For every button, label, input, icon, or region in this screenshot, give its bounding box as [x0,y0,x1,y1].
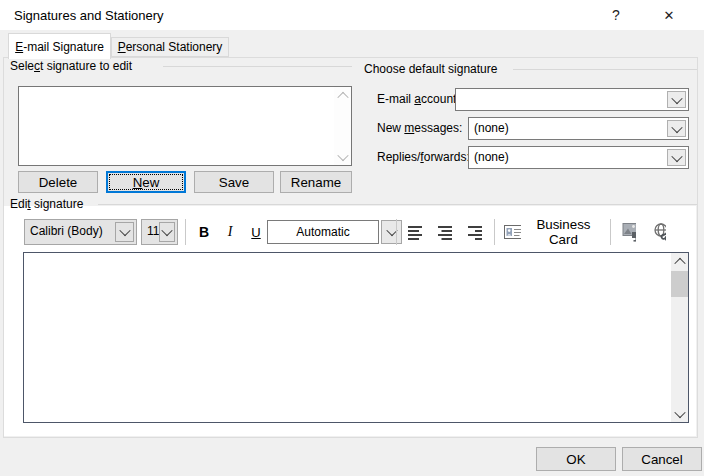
scroll-up-button[interactable] [671,253,688,270]
listbox-scrollbar[interactable] [334,87,351,165]
close-icon: ✕ [664,8,675,23]
align-right-icon [468,225,482,240]
group-divider [513,69,697,70]
align-left-icon [408,225,422,240]
align-center-icon [438,225,452,240]
chevron-down-icon [671,92,682,103]
font-size-combobox[interactable]: 11 [141,219,178,245]
chevron-down-icon [671,150,682,161]
chevron-up-icon [337,91,348,102]
email-account-label: E-mail account: [377,92,460,106]
font-family-dropdown-button[interactable] [115,222,134,242]
insert-picture-button[interactable] [616,219,642,245]
email-account-dropdown-button[interactable] [667,91,686,108]
help-icon: ? [612,7,620,23]
font-color-combobox[interactable]: Automatic [267,220,379,244]
underline-button[interactable]: U [245,219,267,245]
new-messages-label: New messages: [377,121,462,135]
font-size-dropdown-button[interactable] [159,222,175,242]
email-account-combobox[interactable] [455,88,689,111]
chevron-down-icon [671,121,682,132]
font-size-value: 11 [147,224,159,238]
bold-button[interactable]: B [193,219,215,245]
close-button[interactable]: ✕ [656,4,682,26]
rename-button[interactable]: Rename [280,171,352,193]
signature-listbox[interactable] [18,86,352,166]
chevron-down-icon [119,225,130,236]
chevron-down-icon [674,406,685,417]
signature-editor-text[interactable] [26,255,669,420]
chevron-up-icon [674,257,685,268]
new-messages-combobox[interactable]: (none) [468,117,689,140]
align-left-button[interactable] [402,219,428,245]
business-card-button[interactable]: Business Card [500,219,604,245]
hyperlink-icon [652,223,666,241]
business-card-label: Business Card [527,217,600,247]
dialog-title: Signatures and Stationery [14,8,164,23]
save-button[interactable]: Save [194,171,274,193]
tab-personal-stationery[interactable]: Personal Stationery [111,37,229,57]
help-button[interactable]: ? [603,4,629,26]
toolbar-separator [494,219,495,245]
focus-rect [109,174,183,190]
editor-scrollbar[interactable] [671,253,688,422]
cancel-button[interactable]: Cancel [622,447,702,471]
business-card-icon [504,225,521,239]
picture-icon [622,223,636,242]
new-messages-dropdown-button[interactable] [667,120,686,137]
toolbar-separator [396,219,397,245]
new-button[interactable]: New [106,171,186,193]
scroll-down-button[interactable] [334,148,351,165]
group-divider [98,204,697,205]
font-family-combobox[interactable]: Calibri (Body) [24,219,137,245]
scroll-down-button[interactable] [671,405,688,422]
select-signature-label: Select signature to edit [10,59,132,73]
tab-email-signature[interactable]: E-mail Signature [8,33,111,59]
font-color-value: Automatic [296,225,349,239]
edit-signature-label: Edit signature [10,197,83,211]
toolbar-separator [185,219,186,245]
group-divider [163,66,352,67]
font-family-value: Calibri (Body) [30,224,103,238]
chevron-down-icon [337,149,348,160]
signature-editor[interactable] [23,252,689,423]
scrollbar-thumb[interactable] [671,271,688,297]
tab-label: Personal Stationery [118,40,223,54]
default-signature-label: Choose default signature [364,62,497,76]
ok-button[interactable]: OK [536,447,616,471]
chevron-down-icon [161,225,172,236]
delete-button[interactable]: Delete [18,171,98,193]
align-center-button[interactable] [432,219,458,245]
align-right-button[interactable] [462,219,488,245]
signatures-and-stationery-dialog: Signatures and Stationery ? ✕ E-mail Sig… [0,0,704,476]
new-messages-value: (none) [474,121,509,135]
replies-forwards-dropdown-button[interactable] [667,149,686,166]
replies-forwards-combobox[interactable]: (none) [468,146,689,169]
tab-label: E-mail Signature [15,40,104,54]
replies-forwards-label: Replies/forwards: [377,150,470,164]
replies-forwards-value: (none) [474,150,509,164]
scroll-up-button[interactable] [334,87,351,104]
font-color-dropdown-button[interactable] [381,220,402,244]
toolbar-separator [610,219,611,245]
insert-hyperlink-button[interactable] [646,219,672,245]
italic-button[interactable]: I [219,219,241,245]
title-bar: Signatures and Stationery ? ✕ [0,0,704,30]
